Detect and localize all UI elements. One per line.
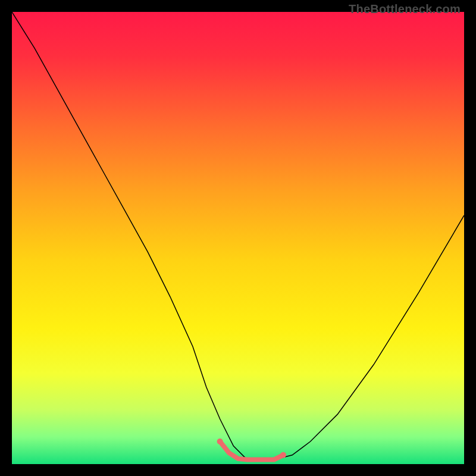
chart-frame: TheBottleneck.com [0, 0, 476, 476]
valley-highlight [220, 441, 283, 459]
watermark-text: TheBottleneck.com [349, 2, 461, 16]
curve-layer [12, 12, 464, 464]
plot-area [12, 12, 464, 464]
svg-point-1 [217, 439, 223, 444]
svg-point-2 [280, 452, 286, 458]
bottleneck-curve [12, 12, 464, 459]
